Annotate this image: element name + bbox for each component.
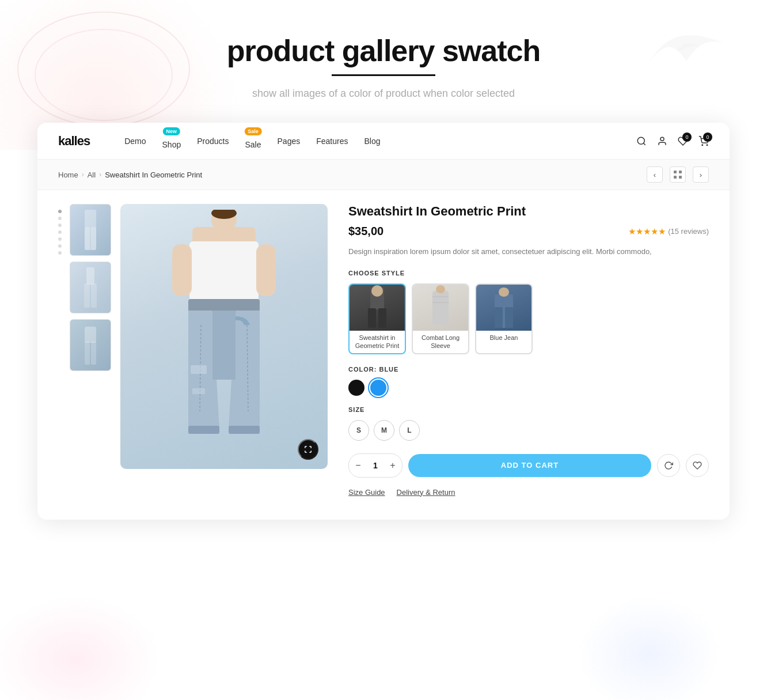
style-option-3[interactable]: Blue Jean: [475, 283, 533, 354]
svg-rect-7: [91, 227, 96, 250]
nav-bar: kalles Demo New Shop Products Sale Sale …: [37, 123, 730, 160]
nav-badge-sale: Sale: [244, 127, 262, 135]
size-options: S M L: [348, 420, 709, 441]
breadcrumb-sep-2: ›: [99, 171, 101, 179]
svg-rect-25: [229, 426, 260, 434]
nav-link-features[interactable]: Features: [316, 137, 348, 146]
svg-rect-16: [172, 244, 192, 296]
svg-rect-37: [495, 307, 503, 328]
svg-point-0: [637, 137, 644, 144]
svg-rect-23: [192, 388, 205, 394]
store-card: kalles Demo New Shop Products Sale Sale …: [37, 123, 730, 519]
product-description: Design inspiration lorem ipsum dolor sit…: [348, 246, 709, 258]
dot-5: [58, 237, 62, 241]
nav-links: Demo New Shop Products Sale Sale Pages F…: [124, 133, 636, 149]
style-img-geometric: [350, 285, 405, 331]
breadcrumb-prev-btn[interactable]: ‹: [647, 167, 663, 183]
main-image-wrap: [120, 204, 328, 496]
bg-bottom-decoration: [0, 596, 767, 700]
svg-rect-18: [188, 299, 260, 312]
color-swatch-blue[interactable]: [370, 380, 386, 396]
color-options: [348, 380, 709, 396]
quantity-increase-btn[interactable]: +: [384, 454, 402, 477]
account-icon-btn[interactable]: [657, 136, 667, 146]
product-info: Sweatshirt In Geometric Print $35,00 ★★★…: [348, 204, 709, 496]
grid-dot: [674, 171, 677, 173]
review-count: (15 reviews): [668, 227, 709, 236]
product-price-row: $35,00 ★★★★★ (15 reviews): [348, 225, 709, 238]
thumbnail-3[interactable]: [70, 319, 111, 371]
nav-icons: 0 0: [636, 136, 709, 146]
svg-line-1: [643, 143, 645, 145]
nav-logo[interactable]: kalles: [58, 134, 90, 149]
grid-dot: [679, 176, 682, 179]
dot-3: [58, 224, 62, 227]
left-dots: [58, 204, 62, 496]
quantity-decrease-btn[interactable]: −: [349, 454, 367, 477]
nav-link-demo[interactable]: Demo: [124, 137, 146, 146]
svg-rect-12: [85, 342, 90, 365]
dot-6: [58, 244, 62, 248]
svg-rect-9: [84, 283, 90, 308]
nav-link-blog[interactable]: Blog: [364, 137, 380, 146]
svg-rect-32: [432, 291, 449, 324]
expand-image-btn[interactable]: [298, 439, 318, 460]
search-icon-btn[interactable]: [636, 136, 647, 146]
svg-rect-17: [256, 244, 276, 296]
svg-point-2: [660, 137, 664, 141]
page-header: product gallery swatch show all images o…: [0, 0, 767, 123]
breadcrumb-all[interactable]: All: [88, 171, 96, 179]
page-subtitle: show all images of a color of product wh…: [12, 88, 755, 100]
grid-dot: [679, 171, 682, 173]
cart-count: 0: [703, 133, 712, 142]
nav-link-sale[interactable]: Sale Sale: [245, 133, 261, 149]
svg-point-3: [702, 145, 703, 146]
dot-4: [58, 230, 62, 234]
size-section-label: SIZE: [348, 406, 709, 413]
nav-badge-new: New: [163, 127, 181, 135]
stars: ★★★★★: [628, 226, 666, 237]
svg-rect-22: [191, 365, 207, 374]
svg-rect-30: [378, 308, 386, 328]
dot-7: [58, 251, 62, 255]
size-guide-link[interactable]: Size Guide: [348, 488, 385, 497]
wishlist-icon-btn[interactable]: 0: [678, 136, 688, 146]
quantity-value: 1: [367, 461, 384, 470]
page-title-underline: [332, 74, 435, 76]
nav-link-pages[interactable]: Pages: [278, 137, 301, 146]
nav-link-products[interactable]: Products: [197, 137, 229, 146]
wishlist-btn[interactable]: [686, 454, 709, 477]
size-btn-m[interactable]: M: [374, 420, 394, 441]
svg-rect-19: [212, 311, 236, 380]
svg-point-39: [499, 287, 509, 297]
color-section-label: COLOR: BLUE: [348, 366, 709, 373]
svg-point-4: [707, 145, 708, 146]
product-links: Size Guide Delivery & Return: [348, 488, 709, 497]
cart-icon-btn[interactable]: 0: [698, 136, 709, 146]
breadcrumb-navigation: ‹ ›: [647, 167, 709, 183]
breadcrumb-sep-1: ›: [82, 171, 84, 179]
size-btn-s[interactable]: S: [348, 420, 369, 441]
delivery-return-link[interactable]: Delivery & Return: [397, 488, 455, 497]
color-swatch-black[interactable]: [348, 380, 364, 396]
style-option-1[interactable]: Sweatshirt in Geometric Print: [348, 283, 406, 354]
breadcrumb-bar: Home › All › Sweatshirt In Geometric Pri…: [37, 160, 730, 190]
style-img-combat: [413, 285, 468, 331]
thumbnail-2[interactable]: [70, 262, 111, 313]
page-title: product gallery swatch: [12, 35, 755, 67]
refresh-btn[interactable]: [657, 454, 680, 477]
nav-link-shop[interactable]: New Shop: [162, 133, 181, 149]
style-option-2[interactable]: Combat Long Sleeve: [412, 283, 469, 354]
main-product-image: [120, 204, 328, 469]
breadcrumb-next-btn[interactable]: ›: [693, 167, 709, 183]
style-label-2: Combat Long Sleeve: [413, 331, 468, 353]
svg-rect-29: [368, 308, 376, 328]
svg-rect-11: [85, 327, 96, 343]
breadcrumb-grid-btn[interactable]: [670, 167, 686, 183]
style-options: Sweatshirt in Geometric Print Combat Lon…: [348, 283, 709, 354]
breadcrumb-home[interactable]: Home: [58, 171, 78, 179]
thumbnail-1[interactable]: [70, 204, 111, 256]
add-to-cart-btn[interactable]: ADD TO CART: [408, 454, 651, 477]
size-btn-l[interactable]: L: [399, 420, 420, 441]
style-label-1: Sweatshirt in Geometric Print: [350, 331, 405, 353]
